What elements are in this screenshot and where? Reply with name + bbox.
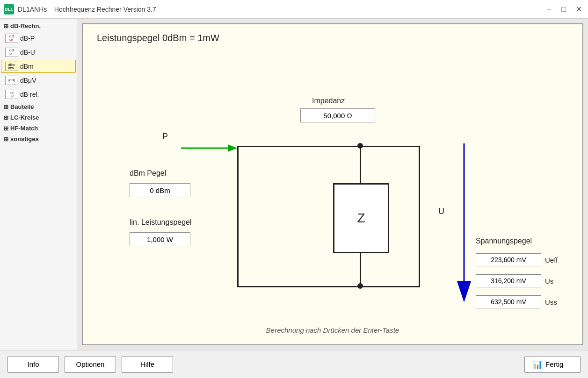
circuit-left-vert — [237, 146, 239, 287]
spannungspegel-label: Spannungspegel — [476, 237, 532, 245]
us-row: Us — [476, 274, 553, 287]
info-button[interactable]: Info — [7, 356, 59, 373]
sidebar-group-bauteile[interactable]: Bauteile — [0, 101, 77, 112]
ueff-row: Ueff — [476, 253, 558, 266]
diagram-panel: Leistungspegel 0dBm = 1mW Impedanz P Z — [82, 23, 583, 345]
u-label: U — [438, 207, 444, 216]
fertig-label: Fertig — [545, 360, 563, 368]
title-bar: DL1 DL1ANHs Hochfrequenz Rechner Version… — [0, 0, 588, 19]
sidebar-group-sonstiges[interactable]: sonstiges — [0, 134, 77, 144]
voltage-arrow-down — [457, 143, 471, 302]
help-button[interactable]: Hilfe — [122, 356, 173, 373]
sidebar-group-hf-match[interactable]: HF-Match — [0, 123, 77, 134]
lin-leistung-input[interactable] — [130, 232, 190, 246]
main-layout: dB-Rechn. dBW dB-P dBV dB-U dBmmW dBm |d… — [0, 19, 588, 350]
p-label: P — [162, 132, 168, 142]
bottom-bar: Info Optionen Hilfe 📊 Fertig — [0, 350, 588, 378]
dbp-icon: dBW — [5, 34, 18, 43]
ueff-input[interactable] — [476, 253, 541, 266]
sidebar-item-dbuv[interactable]: |dB| dBμV — [1, 74, 76, 87]
junction-dot-top — [357, 143, 363, 149]
dbm-pegel-label: dBm Pegel — [130, 169, 166, 178]
impedance-label: Impedanz — [312, 97, 345, 105]
sidebar-label-dbrel: dB rel. — [20, 91, 39, 98]
content-area: Leistungspegel 0dBm = 1mW Impedanz P Z — [77, 19, 588, 350]
z-box: Z — [333, 183, 389, 253]
dbrel-icon: dBμV — [5, 90, 18, 99]
sidebar-item-dbu[interactable]: dBV dB-U — [1, 46, 76, 59]
uss-label: Uss — [545, 298, 557, 306]
junction-dot-bottom — [357, 283, 363, 289]
lin-leistung-label: lin. Leistungspegel — [130, 218, 192, 227]
window-controls: − □ ✕ — [543, 4, 584, 15]
diagram-title: Leistungspegel 0dBm = 1mW — [97, 33, 219, 43]
minimize-button[interactable]: − — [543, 4, 554, 15]
dbm-icon: dBmmW — [5, 62, 18, 71]
close-button[interactable]: ✕ — [573, 4, 584, 15]
app-logo: DL1 — [4, 4, 14, 14]
uss-row: Uss — [476, 295, 557, 308]
sidebar-item-dbrel[interactable]: dBμV dB rel. — [1, 88, 76, 101]
sidebar-label-dbuv: dBμV — [20, 77, 36, 84]
ueff-label: Ueff — [545, 256, 558, 264]
circuit-mid-vert-top — [360, 146, 361, 183]
fertig-button[interactable]: 📊 Fertig — [524, 356, 581, 373]
sidebar-group-lc-kreise[interactable]: LC-Kreise — [0, 112, 77, 123]
options-button[interactable]: Optionen — [65, 356, 116, 373]
impedance-input[interactable] — [300, 108, 375, 122]
dbuv-icon: |dB| — [5, 76, 18, 85]
sidebar-group-db-rechn[interactable]: dB-Rechn. — [0, 21, 77, 31]
svg-marker-3 — [457, 281, 471, 302]
sidebar: dB-Rechn. dBW dB-P dBV dB-U dBmmW dBm |d… — [0, 19, 77, 350]
circuit-right-vert — [419, 146, 420, 287]
sidebar-label-dbm: dBm — [20, 63, 34, 70]
fertig-icon: 📊 — [532, 359, 543, 370]
svg-marker-1 — [228, 144, 237, 152]
maximize-button[interactable]: □ — [558, 4, 569, 15]
uss-input[interactable] — [476, 295, 541, 308]
app-title: DL1ANHs Hochfrequenz Rechner Version 3.7 — [18, 6, 543, 13]
power-arrow-right — [181, 143, 237, 153]
us-label: Us — [545, 277, 553, 285]
footer-hint: Berechnung nach Drücken der Enter-Taste — [83, 326, 582, 334]
circuit-bottom-line — [237, 286, 420, 287]
sidebar-item-dbm[interactable]: dBmmW dBm — [1, 60, 76, 73]
sidebar-label-dbu: dB-U — [20, 49, 35, 56]
dbu-icon: dBV — [5, 48, 18, 57]
circuit-top-line — [237, 146, 420, 147]
sidebar-label-dbp: dB-P — [20, 35, 35, 42]
us-input[interactable] — [476, 274, 541, 287]
circuit-mid-vert-bot — [360, 253, 361, 287]
dbm-pegel-input[interactable] — [130, 183, 190, 197]
sidebar-item-dbp[interactable]: dBW dB-P — [1, 32, 76, 45]
